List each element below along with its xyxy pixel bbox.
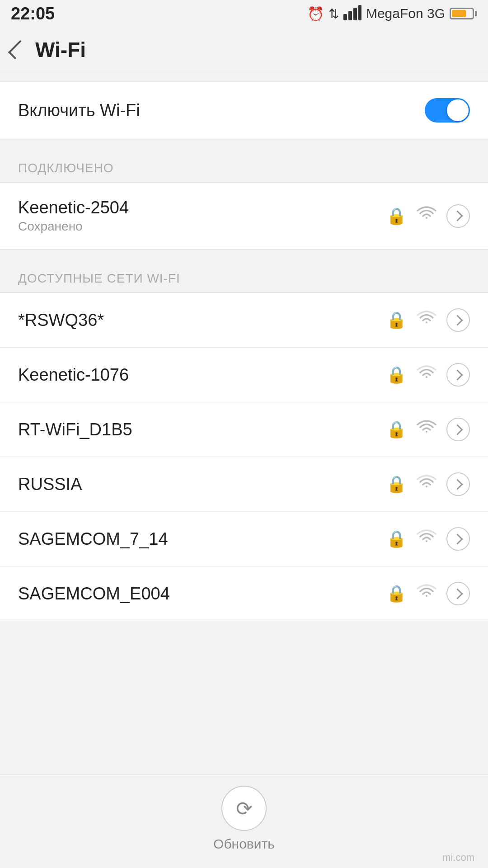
signal-bars-icon (343, 4, 361, 24)
connected-network-card: Keenetic-2504 Сохранено 🔒 (0, 182, 488, 250)
network-actions: 🔒 (386, 472, 470, 496)
available-networks-card: *RSWQ36* 🔒 Keenetic-1076 🔒 (0, 292, 488, 621)
refresh-icon: ⟳ (236, 797, 253, 820)
svg-rect-0 (343, 14, 347, 20)
wifi-signal-icon (417, 474, 436, 495)
lock-icon: 🔒 (386, 475, 407, 494)
network-actions: 🔒 (386, 582, 470, 605)
carrier-text: MegaFon 3G (366, 6, 445, 21)
connected-network-name: Keenetic-2504 (18, 198, 129, 217)
page-title: Wi-Fi (35, 38, 86, 62)
connected-network-info: Keenetic-2504 Сохранено (18, 198, 129, 234)
network-name: SAGEMCOM_E004 (18, 584, 170, 604)
network-actions: 🔒 (386, 527, 470, 551)
connected-network-item[interactable]: Keenetic-2504 Сохранено 🔒 (0, 183, 488, 249)
connected-section-header: ПОДКЛЮЧЕНО (0, 148, 488, 182)
bottom-bar: ⟳ Обновить mi.com (0, 774, 488, 868)
alarm-icon: ⏰ (307, 6, 324, 22)
wifi-toggle-section: Включить Wi-Fi (0, 81, 488, 139)
status-icons: ⏰ ⇅ MegaFon 3G (307, 4, 477, 24)
back-button[interactable] (13, 37, 29, 63)
network-name: SAGEMCOM_7_14 (18, 529, 168, 549)
watermark: mi.com (442, 852, 474, 863)
network-name: *RSWQ36* (18, 311, 104, 330)
status-time: 22:05 (11, 4, 55, 24)
connected-network-actions: 🔒 (386, 204, 470, 228)
svg-rect-1 (348, 11, 352, 20)
network-actions: 🔒 (386, 418, 470, 441)
wifi-signal-icon (417, 419, 436, 440)
network-actions: 🔒 (386, 363, 470, 387)
battery-icon (450, 8, 477, 19)
list-item[interactable]: RT-WiFi_D1B5 🔒 (0, 402, 488, 457)
chevron-right-icon (446, 308, 470, 332)
wifi-toggle-label: Включить Wi-Fi (18, 101, 140, 120)
connected-section: ПОДКЛЮЧЕНО Keenetic-2504 Сохранено 🔒 (0, 148, 488, 250)
data-transfer-icon: ⇅ (328, 6, 339, 21)
available-section-header: ДОСТУПНЫЕ СЕТИ WI-FI (0, 259, 488, 292)
lock-icon: 🔒 (386, 529, 407, 548)
chevron-right-icon (446, 472, 470, 496)
toggle-knob (447, 99, 469, 121)
list-item[interactable]: SAGEMCOM_7_14 🔒 (0, 512, 488, 566)
lock-icon: 🔒 (386, 365, 407, 384)
wifi-signal-icon (417, 310, 436, 331)
lock-icon: 🔒 (386, 420, 407, 439)
chevron-right-icon (446, 418, 470, 441)
chevron-right-icon (446, 582, 470, 605)
svg-rect-3 (358, 5, 361, 20)
list-item[interactable]: Keenetic-1076 🔒 (0, 348, 488, 402)
refresh-label: Обновить (213, 836, 275, 852)
connected-network-sub: Сохранено (18, 219, 129, 234)
wifi-toggle-row: Включить Wi-Fi (0, 82, 488, 139)
wifi-toggle-switch[interactable] (425, 98, 470, 123)
chevron-right-icon (446, 527, 470, 551)
network-actions: 🔒 (386, 308, 470, 332)
lock-icon: 🔒 (386, 311, 407, 330)
wifi-signal-icon (417, 528, 436, 550)
wifi-signal-icon (417, 205, 436, 226)
list-item[interactable]: SAGEMCOM_E004 🔒 (0, 566, 488, 621)
available-section: ДОСТУПНЫЕ СЕТИ WI-FI *RSWQ36* 🔒 Keenetic… (0, 259, 488, 621)
refresh-button[interactable]: ⟳ (221, 786, 267, 831)
wifi-signal-icon (417, 583, 436, 604)
lock-icon: 🔒 (386, 584, 407, 603)
status-bar: 22:05 ⏰ ⇅ MegaFon 3G (0, 0, 488, 27)
list-item[interactable]: *RSWQ36* 🔒 (0, 293, 488, 348)
wifi-signal-icon (417, 364, 436, 386)
network-name: RT-WiFi_D1B5 (18, 420, 132, 439)
chevron-right-icon (446, 204, 470, 228)
back-chevron-icon (8, 40, 27, 59)
svg-rect-2 (353, 8, 357, 20)
network-name: Keenetic-1076 (18, 365, 129, 385)
list-item[interactable]: RUSSIA 🔒 (0, 457, 488, 512)
top-nav: Wi-Fi (0, 27, 488, 72)
lock-icon: 🔒 (386, 207, 407, 226)
chevron-right-icon (446, 363, 470, 387)
network-name: RUSSIA (18, 475, 82, 494)
